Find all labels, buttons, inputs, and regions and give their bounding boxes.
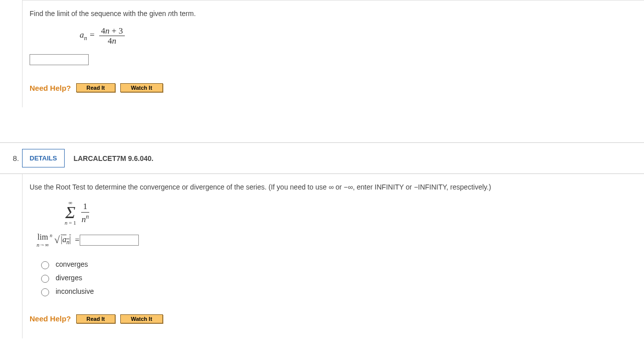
details-button[interactable]: DETAILS (22, 149, 65, 167)
answer-row (30, 54, 644, 65)
question-reference: LARCALCET7M 9.6.040. (74, 154, 153, 162)
option-label: diverges (56, 274, 82, 282)
question-body-8: Use the Root Test to determine the conve… (22, 174, 644, 338)
series-den: nn (81, 213, 90, 225)
fraction-numerator: 4n + 3 (99, 27, 125, 36)
radio-inconclusive[interactable] (41, 288, 49, 296)
fraction-denominator: 4n (99, 36, 125, 45)
watch-it-button[interactable]: Watch It (120, 83, 162, 92)
answer-input[interactable] (30, 54, 89, 65)
need-help-row: Need Help? Read It Watch It (30, 314, 644, 323)
limit-input[interactable] (80, 235, 139, 246)
formula-fraction: 4n + 3 4n (99, 27, 125, 45)
prompt-italic-n: n (168, 10, 172, 18)
option-label: inconclusive (56, 287, 94, 295)
question-body-7: Find the limit of the sequence with the … (22, 0, 644, 107)
lim-sub: n→∞ (37, 242, 49, 248)
sigma-icon: Σ (65, 206, 76, 220)
need-help-label: Need Help? (30, 314, 71, 323)
option-diverges[interactable]: diverges (39, 273, 644, 283)
option-inconclusive[interactable]: inconclusive (39, 287, 644, 296)
need-help-row: Need Help? Read It Watch It (30, 83, 644, 92)
series-fraction: 1 nn (81, 202, 90, 225)
sigma-bottom: n = 1 (65, 220, 76, 226)
question-number: 8. (0, 143, 22, 173)
prompt-text-post: th term. (172, 10, 195, 18)
lim-symbol: lim n→∞ (37, 233, 49, 248)
need-help-label: Need Help? (30, 84, 71, 92)
sigma-symbol: ∞ Σ n = 1 (65, 200, 76, 226)
formula-eq: = (87, 30, 97, 40)
watch-it-button[interactable]: Watch It (120, 314, 162, 323)
limit-expression: lim n→∞ n √|an| = (37, 233, 644, 248)
read-it-button[interactable]: Read It (76, 314, 116, 323)
option-label: converges (56, 260, 88, 268)
read-it-button[interactable]: Read It (76, 83, 116, 92)
limit-eq: = (75, 236, 80, 245)
option-converges[interactable]: converges (39, 260, 644, 269)
options-list: converges diverges inconclusive (39, 260, 644, 296)
radio-diverges[interactable] (41, 275, 49, 283)
series-expression: ∞ Σ n = 1 1 nn (65, 200, 644, 226)
root-index: n (50, 233, 52, 238)
formula-a: a (80, 30, 84, 40)
question-prompt: Use the Root Test to determine the conve… (30, 183, 644, 191)
series-num: 1 (81, 202, 90, 213)
radio-converges[interactable] (41, 261, 49, 269)
question-header-8: 8. DETAILS LARCALCET7M 9.6.040. (0, 142, 644, 174)
prompt-text: Find the limit of the sequence with the … (30, 10, 168, 18)
root-content: |an| (60, 235, 72, 244)
radical-icon: √ (54, 234, 60, 245)
question-prompt: Find the limit of the sequence with the … (30, 10, 644, 18)
formula-an: an = 4n + 3 4n (80, 27, 644, 45)
nth-root: n √|an| (53, 234, 72, 246)
